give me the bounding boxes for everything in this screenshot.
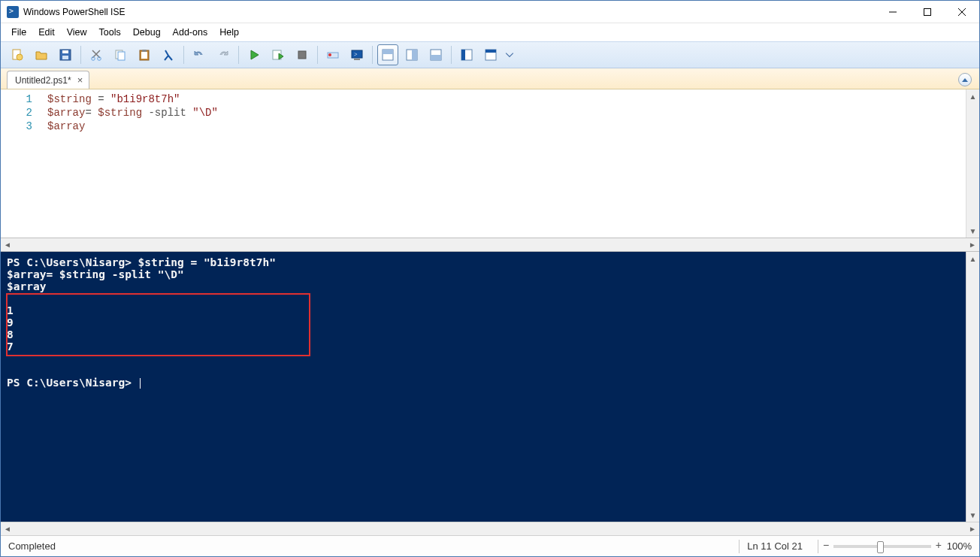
toolbar: > (1, 41, 979, 68)
menu-tools[interactable]: Tools (93, 25, 127, 40)
tab-untitled2[interactable]: Untitled2.ps1* × (7, 71, 89, 89)
undo-button[interactable] (189, 44, 210, 65)
scroll-right-icon[interactable]: ► (969, 525, 976, 533)
lambda-button[interactable] (158, 44, 179, 65)
paste-button[interactable] (134, 44, 155, 65)
menu-file[interactable]: File (5, 25, 32, 40)
menu-debug[interactable]: Debug (127, 25, 167, 40)
output-highlight-box (6, 293, 310, 356)
menu-edit[interactable]: Edit (32, 25, 61, 40)
show-command-button[interactable] (480, 44, 501, 65)
window-controls (876, 1, 979, 23)
scroll-left-icon[interactable]: ◄ (4, 241, 11, 249)
pane-right-button[interactable] (401, 44, 422, 65)
menu-view[interactable]: View (61, 25, 93, 40)
remote-button[interactable]: > (346, 44, 368, 65)
toolbar-separator (80, 46, 81, 64)
status-separator (739, 540, 740, 553)
toolbar-separator (183, 46, 184, 64)
maximize-button[interactable] (910, 1, 945, 23)
collapse-script-pane-button[interactable] (958, 73, 972, 86)
cursor-position: Ln 11 Col 21 (747, 540, 810, 552)
svg-rect-30 (461, 50, 465, 60)
pane-both-button[interactable] (377, 44, 398, 65)
titlebar: Windows PowerShell ISE (1, 1, 979, 23)
toolbar-overflow-button[interactable] (504, 44, 515, 65)
breakpoint-button[interactable] (322, 44, 343, 65)
script-pane: 123 $string = "b1i9r8t7h"$array= $string… (1, 89, 979, 238)
app-icon (7, 6, 19, 18)
toolbar-separator (317, 46, 318, 64)
zoom-slider[interactable] (833, 545, 931, 548)
console-pane: PS C:\Users\Nisarg> $string = "b1i9r8t7h… (1, 252, 979, 522)
app-window: Windows PowerShell ISE FileEditViewTools… (0, 0, 980, 557)
menubar: FileEditViewToolsDebugAdd-onsHelp (1, 23, 979, 41)
zoom-percent: 100% (939, 540, 972, 552)
line-number: 2 (1, 106, 32, 120)
open-button[interactable] (31, 44, 52, 65)
tab-strip: Untitled2.ps1* × (1, 68, 979, 89)
svg-rect-28 (431, 55, 441, 60)
editor-horizontal-scrollbar[interactable]: ◄ ► (1, 238, 979, 252)
line-number: 1 (1, 92, 32, 106)
svg-rect-26 (412, 50, 417, 60)
scroll-down-icon[interactable]: ▼ (966, 508, 979, 522)
run-selection-button[interactable] (268, 44, 289, 65)
scroll-down-icon[interactable]: ▼ (966, 224, 979, 238)
scroll-left-icon[interactable]: ◄ (4, 525, 11, 533)
menu-add-ons[interactable]: Add-ons (167, 25, 214, 40)
line-number-gutter: 123 (1, 89, 41, 238)
show-script-button[interactable] (456, 44, 477, 65)
status-bar: Completed Ln 11 Col 21 100% (1, 535, 979, 556)
status-separator (818, 540, 818, 553)
code-area[interactable]: $string = "b1i9r8t7h"$array= $string -sp… (41, 89, 966, 238)
svg-point-5 (17, 54, 23, 60)
svg-point-19 (328, 53, 331, 56)
code-editor[interactable]: 123 $string = "b1i9r8t7h"$array= $string… (1, 89, 966, 238)
redo-button[interactable] (213, 44, 234, 65)
svg-rect-22 (354, 59, 360, 60)
menu-help[interactable]: Help (213, 25, 245, 40)
save-button[interactable] (55, 44, 76, 65)
copy-button[interactable] (110, 44, 131, 65)
zoom-thumb[interactable] (877, 541, 884, 553)
svg-rect-8 (62, 56, 68, 59)
toolbar-separator (451, 46, 452, 64)
tab-close-icon[interactable]: × (77, 75, 83, 85)
svg-rect-15 (142, 50, 147, 52)
svg-rect-24 (383, 50, 393, 54)
console[interactable]: PS C:\Users\Nisarg> $string = "b1i9r8t7h… (1, 252, 966, 522)
run-button[interactable] (243, 44, 265, 65)
svg-rect-17 (298, 51, 306, 59)
console-horizontal-scrollbar[interactable]: ◄ ► (1, 522, 979, 535)
svg-text:>: > (354, 51, 358, 58)
stop-button[interactable] (292, 44, 313, 65)
scroll-up-icon[interactable]: ▲ (966, 89, 979, 103)
new-button[interactable] (7, 44, 28, 65)
svg-rect-32 (485, 50, 496, 53)
toolbar-separator (372, 46, 373, 64)
line-number: 3 (1, 120, 32, 133)
scroll-right-icon[interactable]: ► (969, 241, 976, 249)
window-title: Windows PowerShell ISE (23, 7, 876, 17)
svg-rect-7 (62, 50, 68, 53)
cut-button[interactable] (86, 44, 107, 65)
console-vertical-scrollbar[interactable]: ▲ ▼ (966, 252, 979, 522)
status-text: Completed (8, 540, 731, 552)
minimize-button[interactable] (876, 1, 910, 23)
svg-rect-14 (141, 52, 147, 59)
close-button[interactable] (945, 1, 979, 23)
toolbar-separator (238, 46, 239, 64)
pane-bottom-button[interactable] (425, 44, 446, 65)
svg-rect-12 (118, 52, 125, 60)
svg-rect-1 (924, 8, 931, 15)
tab-label: Untitled2.ps1* (15, 75, 71, 86)
scroll-up-icon[interactable]: ▲ (966, 252, 979, 265)
editor-vertical-scrollbar[interactable]: ▲ ▼ (966, 89, 979, 238)
